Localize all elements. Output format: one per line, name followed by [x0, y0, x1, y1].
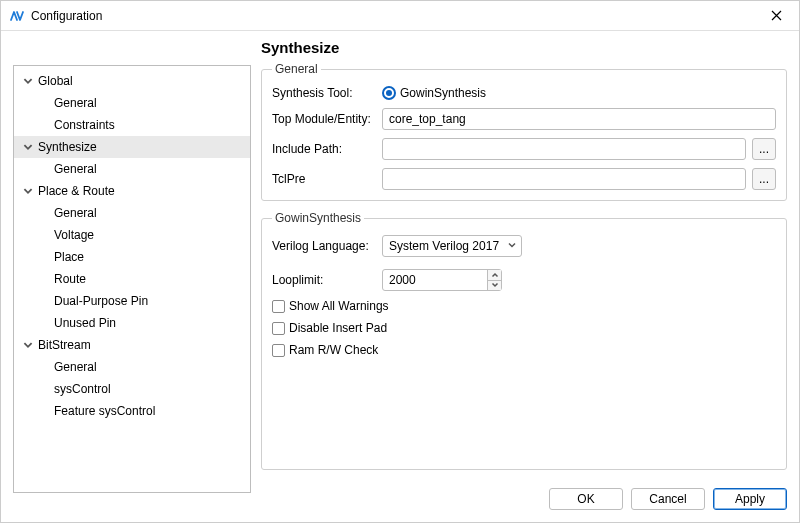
top-module-label: Top Module/Entity: — [272, 112, 376, 126]
group-general-legend: General — [272, 62, 321, 76]
page-title: Synthesize — [261, 39, 787, 56]
tree-item-label: Place — [54, 250, 84, 264]
app-icon — [9, 8, 25, 24]
top-module-input[interactable] — [382, 108, 776, 130]
chevron-down-icon — [491, 282, 499, 288]
include-path-browse-button[interactable]: ... — [752, 138, 776, 160]
checkbox-unchecked-icon — [272, 300, 285, 313]
tclpre-browse-button[interactable]: ... — [752, 168, 776, 190]
tree-item-label: General — [54, 360, 97, 374]
disable-insert-pad-checkbox[interactable]: Disable Insert Pad — [272, 321, 387, 335]
tree-child-item[interactable]: Unused Pin — [14, 312, 250, 334]
tree-item-label: Global — [38, 74, 73, 88]
nav-tree[interactable]: GlobalGeneralConstraintsSynthesizeGenera… — [13, 65, 251, 493]
tclpre-label: TclPre — [272, 172, 376, 186]
looplimit-label: Looplimit: — [272, 273, 376, 287]
group-gowin: GowinSynthesis Verilog Language: System … — [261, 211, 787, 470]
tree-item-label: Feature sysControl — [54, 404, 155, 418]
tree-item-label: BitStream — [38, 338, 91, 352]
tree-child-item[interactable]: Constraints — [14, 114, 250, 136]
looplimit-stepper — [487, 270, 501, 290]
synthesis-tool-radio[interactable]: GowinSynthesis — [382, 86, 486, 100]
tree-parent-item[interactable]: Place & Route — [14, 180, 250, 202]
radio-checked-icon — [382, 86, 396, 100]
tree-item-label: General — [54, 162, 97, 176]
tree-item-label: Constraints — [54, 118, 115, 132]
tree-item-label: Place & Route — [38, 184, 115, 198]
verilog-lang-label: Verilog Language: — [272, 239, 376, 253]
tree-parent-item[interactable]: BitStream — [14, 334, 250, 356]
tree-child-item[interactable]: Dual-Purpose Pin — [14, 290, 250, 312]
cancel-button[interactable]: Cancel — [631, 488, 705, 510]
tree-item-label: General — [54, 206, 97, 220]
show-all-warnings-label: Show All Warnings — [289, 299, 389, 313]
include-path-input[interactable] — [382, 138, 746, 160]
ram-rw-check-checkbox[interactable]: Ram R/W Check — [272, 343, 378, 357]
close-icon — [771, 10, 782, 21]
synthesis-tool-option: GowinSynthesis — [400, 86, 486, 100]
chevron-down-icon — [22, 184, 36, 198]
chevron-up-icon — [491, 272, 499, 278]
chevron-down-icon — [22, 140, 36, 154]
tree-child-item[interactable]: General — [14, 202, 250, 224]
tree-child-item[interactable]: Voltage — [14, 224, 250, 246]
chevron-down-icon — [22, 338, 36, 352]
config-dialog: Configuration GlobalGeneralConstraintsSy… — [0, 0, 800, 523]
ok-button[interactable]: OK — [549, 488, 623, 510]
chevron-down-icon — [22, 74, 36, 88]
main-panel: Synthesize General Synthesis Tool: Gowin… — [261, 39, 787, 480]
spin-up-button[interactable] — [487, 270, 501, 281]
tree-item-label: Synthesize — [38, 140, 97, 154]
include-path-label: Include Path: — [272, 142, 376, 156]
tree-child-item[interactable]: Place — [14, 246, 250, 268]
tree-child-item[interactable]: sysControl — [14, 378, 250, 400]
looplimit-input[interactable] — [382, 269, 502, 291]
group-general: General Synthesis Tool: GowinSynthesis T… — [261, 62, 787, 201]
tclpre-input[interactable] — [382, 168, 746, 190]
spin-down-button[interactable] — [487, 281, 501, 291]
dialog-buttons: OK Cancel Apply — [1, 480, 799, 522]
chevron-down-icon — [507, 239, 517, 253]
apply-button[interactable]: Apply — [713, 488, 787, 510]
tree-parent-item[interactable]: Global — [14, 70, 250, 92]
checkbox-unchecked-icon — [272, 322, 285, 335]
tree-item-label: Dual-Purpose Pin — [54, 294, 148, 308]
tree-child-item[interactable]: Feature sysControl — [14, 400, 250, 422]
verilog-lang-select[interactable]: System Verilog 2017 — [382, 235, 522, 257]
ram-rw-check-label: Ram R/W Check — [289, 343, 378, 357]
tree-item-label: sysControl — [54, 382, 111, 396]
tree-child-item[interactable]: Route — [14, 268, 250, 290]
tree-child-item[interactable]: General — [14, 158, 250, 180]
tree-item-label: General — [54, 96, 97, 110]
tree-parent-item[interactable]: Synthesize — [14, 136, 250, 158]
show-all-warnings-checkbox[interactable]: Show All Warnings — [272, 299, 389, 313]
tree-item-label: Unused Pin — [54, 316, 116, 330]
close-button[interactable] — [761, 1, 791, 31]
disable-insert-pad-label: Disable Insert Pad — [289, 321, 387, 335]
group-gowin-legend: GowinSynthesis — [272, 211, 364, 225]
synthesis-tool-label: Synthesis Tool: — [272, 86, 376, 100]
checkbox-unchecked-icon — [272, 344, 285, 357]
tree-child-item[interactable]: General — [14, 92, 250, 114]
tree-item-label: Route — [54, 272, 86, 286]
verilog-lang-value: System Verilog 2017 — [389, 239, 499, 253]
titlebar: Configuration — [1, 1, 799, 31]
window-title: Configuration — [31, 9, 761, 23]
tree-child-item[interactable]: General — [14, 356, 250, 378]
tree-item-label: Voltage — [54, 228, 94, 242]
